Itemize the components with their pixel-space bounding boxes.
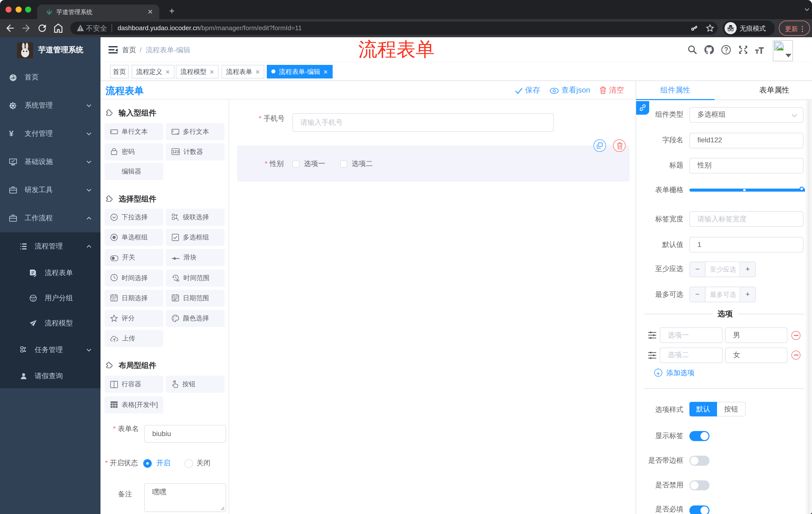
svg-text:123: 123 <box>172 150 179 154</box>
